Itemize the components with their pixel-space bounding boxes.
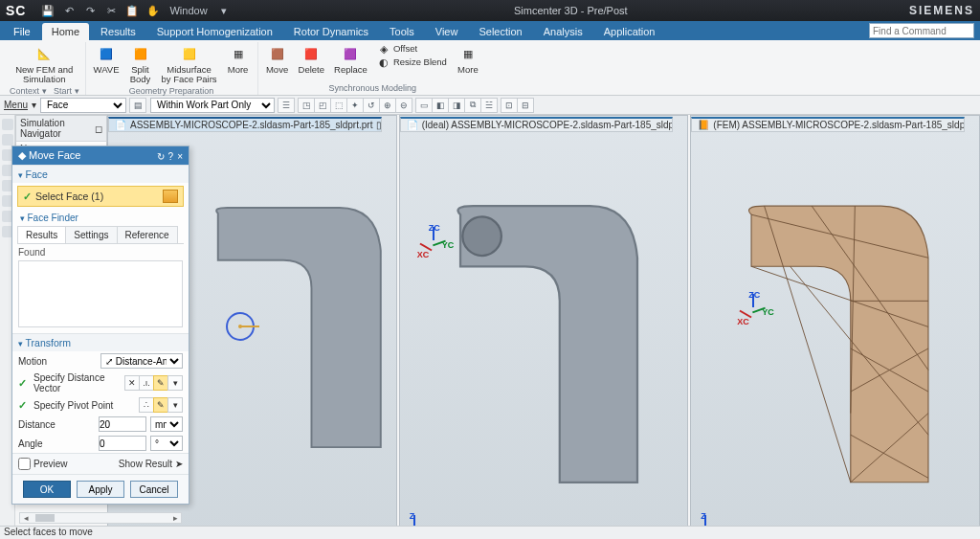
chevron-down-icon[interactable]: ▾ [32,100,36,110]
vec-i-button[interactable]: .ı. [139,375,154,391]
angle-label: Angle [18,438,95,449]
tab-tools[interactable]: Tools [380,23,424,40]
sel-tool-2[interactable]: ◰ [314,98,331,113]
tab-support-homogenization[interactable]: Support Homogenization [147,23,282,40]
transform-section-header[interactable]: Transform [12,334,189,351]
show-result-button[interactable]: Show Result ➤ [119,459,183,469]
sel-tool-3[interactable]: ⬚ [330,98,347,113]
sel-tool-4[interactable]: ✦ [346,98,364,113]
selection-filter-select[interactable]: Face [40,98,126,113]
scope-icon[interactable]: ☰ [278,98,295,113]
sel-tool-13[interactable]: ⊡ [501,98,518,113]
help-icon[interactable]: ? [168,151,174,162]
scroll-thumb[interactable] [35,514,55,522]
pivot-picker-button[interactable]: ✎ [153,397,168,413]
cancel-button[interactable]: Cancel [130,481,178,498]
resize-blend-button[interactable]: ◐Resize Blend [375,56,449,69]
scroll-right-icon[interactable]: ▸ [169,513,181,523]
tab-results[interactable]: Results [17,226,66,243]
ok-button[interactable]: OK [23,481,71,498]
command-search-input[interactable] [869,23,974,38]
pivot-point-button[interactable]: ∴ [139,397,154,413]
tab-analysis[interactable]: Analysis [534,23,592,40]
touch-icon[interactable]: ✋ [145,3,162,18]
close-icon[interactable]: × [177,151,183,162]
sel-tool-9[interactable]: ◧ [432,98,449,113]
scroll-left-icon[interactable]: ◂ [20,513,32,523]
horizontal-scrollbar[interactable]: ◂▸ [19,512,182,524]
viewport-3-tab[interactable]: 📙(FEM) ASSEMBLY-MICROSCOPE-2.sldasm-Part… [691,117,965,132]
geometry-more-button[interactable]: ▦More [225,42,252,76]
reset-icon[interactable]: ↻ [157,151,165,162]
select-face-row[interactable]: ✓Select Face (1) [17,186,184,207]
dropdown-icon[interactable]: ▾ [215,3,233,18]
sel-tool-14[interactable]: ⊟ [517,98,534,113]
tab-selection[interactable]: Selection [469,23,531,40]
tab-home[interactable]: Home [42,23,89,40]
replace-button[interactable]: 🟪Replace [332,42,369,76]
pin-icon[interactable]: ◻ [95,124,102,134]
blend-icon: ◐ [377,56,390,68]
tab-reference[interactable]: Reference [117,226,178,243]
move-manipulator[interactable] [221,307,259,346]
check-icon: ✓ [18,399,27,412]
offset-button[interactable]: ◈Offset [375,42,449,56]
lt-2[interactable] [2,134,13,146]
distance-input[interactable] [99,416,146,432]
tab-application[interactable]: Application [594,23,665,40]
ribbon: 📐New FEM and Simulation Context ▾ Start … [0,40,980,96]
tab-pin-icon[interactable]: ▯ [376,120,381,130]
viewport-1-tab[interactable]: 📄ASSEMBLY-MICROSCOPE-2.sldasm-Part-185_s… [108,117,382,132]
dialog-icon: ◆ [18,149,26,161]
lt-1[interactable] [2,119,13,130]
angle-input[interactable] [99,436,146,451]
sel-tool-5[interactable]: ↺ [363,98,380,113]
tab-results[interactable]: Results [91,23,145,40]
found-listbox[interactable] [18,260,183,327]
dialog-titlebar[interactable]: ◆ Move Face ↻?× [12,146,189,165]
window-menu[interactable]: Window [166,3,211,18]
tab-rotor-dynamics[interactable]: Rotor Dynamics [284,23,378,40]
vec-picker-button[interactable]: ✎ [153,375,168,391]
viewport-2[interactable]: 📄(Ideal) ASSEMBLY-MICROSCOPE-2.sldasm-Pa… [399,115,689,539]
copy-icon[interactable]: 📋 [123,3,141,18]
preview-checkbox[interactable]: Preview [18,458,68,470]
angle-unit-select[interactable]: ° [150,436,183,451]
delete-button[interactable]: 🟥Delete [297,42,326,76]
sync-more-button[interactable]: ▦More [455,42,481,76]
viewport-3[interactable]: 📙(FEM) ASSEMBLY-MICROSCOPE-2.sldasm-Part… [690,115,980,539]
wave-button[interactable]: 🟦WAVE [92,42,122,76]
face-section-header[interactable]: Face [12,166,189,183]
move-button[interactable]: 🟫Move [264,42,291,76]
tab-settings[interactable]: Settings [65,226,117,243]
undo-icon[interactable]: ↶ [60,3,78,18]
save-icon[interactable]: 💾 [39,3,56,18]
sel-tool-1[interactable]: ◳ [298,98,315,113]
viewport-2-tab[interactable]: 📄(Ideal) ASSEMBLY-MICROSCOPE-2.sldasm-Pa… [400,117,674,132]
split-body-button[interactable]: 🟧Split Body [127,42,154,85]
sel-tool-7[interactable]: ⊖ [395,98,412,113]
sel-tool-11[interactable]: ⧉ [464,98,481,113]
vec-x-button[interactable]: ✕ [124,375,140,391]
cut-icon[interactable]: ✂ [102,3,120,18]
sel-tool-10[interactable]: ◨ [448,98,465,113]
face-finder-header[interactable]: Face Finder [12,210,189,226]
midsurface-button[interactable]: 🟨Midsurface by Face Pairs [160,42,219,85]
part-silhouette [434,184,651,513]
found-label: Found [18,247,183,258]
menu-button[interactable]: Menu [4,100,28,110]
new-fem-sim-button[interactable]: 📐New FEM and Simulation [13,42,75,85]
tab-view[interactable]: View [426,23,468,40]
distance-unit-select[interactable]: mm [150,416,183,432]
motion-select[interactable]: ⤢ Distance-Angle [100,353,183,369]
pivot-dropdown[interactable]: ▾ [167,397,183,413]
vec-dropdown[interactable]: ▾ [167,375,183,391]
filter-icon[interactable]: ▤ [129,98,146,113]
selection-scope-select[interactable]: Within Work Part Only [150,98,275,113]
redo-icon[interactable]: ↷ [81,3,99,18]
sel-tool-12[interactable]: ☱ [480,98,498,113]
sel-tool-6[interactable]: ⊕ [379,98,396,113]
sel-tool-8[interactable]: ▭ [415,98,433,113]
apply-button[interactable]: Apply [77,481,124,498]
tab-file[interactable]: File [4,23,40,40]
